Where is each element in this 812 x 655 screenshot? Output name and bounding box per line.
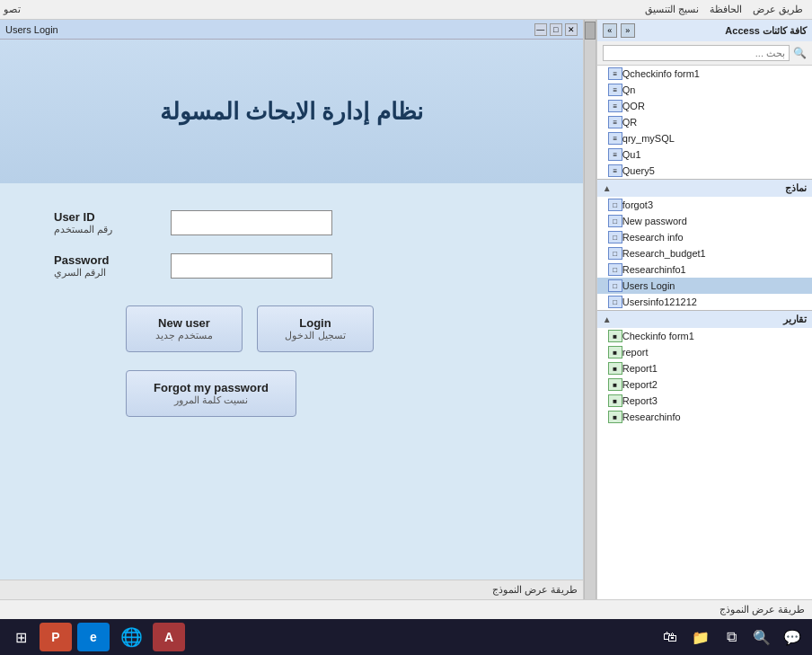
userslogin-label: Users Login xyxy=(622,280,675,291)
login-button[interactable]: Login تسجيل الدخول xyxy=(257,305,374,352)
panel-controls: « » xyxy=(603,23,635,38)
list-item-qr[interactable]: QR ≡ xyxy=(597,114,812,130)
list-item-newpassword[interactable]: New password □ xyxy=(597,213,812,229)
userid-label-group: User ID رقم المستخدم xyxy=(54,210,171,235)
forms-section-header[interactable]: نماذج ▲ xyxy=(597,179,812,197)
report1-label: Report1 xyxy=(622,363,658,374)
taskbar-search-icon[interactable]: 🔍 xyxy=(749,624,774,650)
ribbon-tab-format[interactable]: نسيج التنسيق xyxy=(640,2,704,17)
qcheckinfo-label: Qcheckinfo form1 xyxy=(622,68,700,79)
password-input[interactable] xyxy=(171,253,332,279)
start-button[interactable]: ⊞ xyxy=(7,624,34,651)
checkinfo-icon: ■ xyxy=(608,330,622,342)
qu1-icon: ≡ xyxy=(608,148,622,161)
taskbar-access[interactable]: A xyxy=(153,623,185,651)
list-item-report[interactable]: report ■ xyxy=(597,344,812,360)
researchbudget-label: Research_budget1 xyxy=(622,248,706,259)
query5-icon: ≡ xyxy=(608,164,622,177)
vertical-scrollbar[interactable] xyxy=(584,20,596,599)
researchinfo1-icon: □ xyxy=(608,263,622,276)
list-item-qcheckinfo[interactable]: Qcheckinfo form1 ≡ xyxy=(597,66,812,82)
password-label-en: Password xyxy=(54,253,171,267)
login-label-ar: تسجيل الدخول xyxy=(285,330,345,341)
form-titlebar-controls: — □ ✕ xyxy=(534,23,578,36)
new-user-label-ar: مستخدم جديد xyxy=(155,330,213,341)
list-item-report2[interactable]: Report2 ■ xyxy=(597,376,812,393)
form-title: Users Login xyxy=(5,24,58,35)
right-panel: كافة كائنات Access « » 🔍 Qcheckinfo form… xyxy=(596,20,812,599)
list-item-qn[interactable]: Qn ≡ xyxy=(597,82,812,98)
list-item-qor[interactable]: QOR ≡ xyxy=(597,98,812,114)
forms-chevron-icon: ▲ xyxy=(603,183,612,193)
list-item-userslogin[interactable]: Users Login □ xyxy=(597,278,812,294)
qr-icon: ≡ xyxy=(608,116,622,128)
panel-expand-btn[interactable]: » xyxy=(603,23,617,38)
minimize-button[interactable]: — xyxy=(534,23,547,36)
report-label: report xyxy=(622,347,649,358)
reports-section-header[interactable]: تقارير ▲ xyxy=(597,310,812,328)
list-item-researchbudget[interactable]: Research_budget1 □ xyxy=(597,245,812,261)
userslogin-icon: □ xyxy=(608,279,622,292)
main-layout: Users Login — □ ✕ نظام إدارة الابحاث الم… xyxy=(0,20,812,599)
forgot-label-en: Forgot my password xyxy=(154,381,269,394)
list-item-qu1[interactable]: Qu1 ≡ xyxy=(597,146,812,163)
forgot-label-ar: نسيت كلمة المرور xyxy=(174,394,248,406)
userid-label-ar: رقم المستخدم xyxy=(54,224,171,235)
qor-label: QOR xyxy=(622,101,645,111)
close-button[interactable]: ✕ xyxy=(565,23,578,36)
forgot-password-button[interactable]: Forgot my password نسيت كلمة المرور xyxy=(126,370,296,417)
panel-collapse-btn[interactable]: « xyxy=(621,23,635,38)
taskbar-bag-icon[interactable]: 🛍 xyxy=(658,624,683,650)
ribbon-tab-clipboard[interactable]: الحافظة xyxy=(704,2,747,17)
report3-icon: ■ xyxy=(608,394,622,407)
panel-header: كافة كائنات Access « » xyxy=(597,20,812,41)
list-item-researchinfo-form[interactable]: Research info □ xyxy=(597,229,812,245)
taskbar-powerpoint[interactable]: P xyxy=(40,623,72,651)
reports-section-title: تقارير xyxy=(783,314,807,325)
ribbon-title: تصو xyxy=(4,4,21,15)
form-header-title: نظام إدارة الابحاث المسولة xyxy=(160,98,423,126)
list-item-forgot3[interactable]: forgot3 □ xyxy=(597,197,812,213)
taskbar-edge[interactable]: e xyxy=(77,623,110,651)
taskbar-chrome[interactable]: 🌐 xyxy=(115,623,147,651)
list-item-researchinfo1[interactable]: Researchinfo1 □ xyxy=(597,261,812,278)
search-input[interactable] xyxy=(603,45,790,61)
new-user-label-en: New user xyxy=(158,316,210,330)
reports-chevron-icon: ▲ xyxy=(603,314,612,324)
password-row: Password الرقم السري xyxy=(54,253,529,279)
qu1-label: Qu1 xyxy=(622,149,641,160)
list-item-usersinfo[interactable]: Usersinfo121212 □ xyxy=(597,294,812,310)
researchinfo-report-label: Researchinfo xyxy=(622,412,681,422)
report3-label: Report3 xyxy=(622,395,658,406)
list-item-qrymysql[interactable]: qry_mySQL ≡ xyxy=(597,130,812,146)
ribbon-tab-view[interactable]: طريق عرض xyxy=(747,2,808,17)
list-item-report1[interactable]: Report1 ■ xyxy=(597,360,812,376)
form-area: Users Login — □ ✕ نظام إدارة الابحاث الم… xyxy=(0,20,584,599)
list-item-query5[interactable]: Query5 ≡ xyxy=(597,163,812,179)
list-item-report3[interactable]: Report3 ■ xyxy=(597,393,812,409)
taskbar-action-center-icon[interactable]: 💬 xyxy=(780,624,805,650)
form-titlebar: Users Login — □ ✕ xyxy=(0,20,583,40)
userid-label-en: User ID xyxy=(54,210,171,224)
userid-input[interactable] xyxy=(171,210,332,235)
taskbar-folder-icon[interactable]: 📁 xyxy=(688,624,713,650)
researchinfo1-label: Researchinfo1 xyxy=(622,264,686,275)
list-item-checkinfo[interactable]: Checkinfo form1 ■ xyxy=(597,328,812,344)
taskbar-right: 🛍 📁 ⧉ 🔍 💬 xyxy=(658,624,805,650)
qr-label: QR xyxy=(622,117,638,128)
usersinfo-label: Usersinfo121212 xyxy=(622,297,697,307)
new-user-button[interactable]: New user مستخدم جديد xyxy=(126,305,243,352)
taskbar: ⊞ P e 🌐 A 🛍 📁 ⧉ 🔍 💬 xyxy=(0,619,812,655)
qrymysql-label: qry_mySQL xyxy=(622,133,675,144)
newpassword-icon: □ xyxy=(608,215,622,227)
maximize-button[interactable]: □ xyxy=(550,23,562,36)
statusbar-text: طريقة عرض النموذج xyxy=(492,584,578,596)
researchbudget-icon: □ xyxy=(608,247,622,260)
list-item-researchinfo-report[interactable]: Researchinfo ■ xyxy=(597,409,812,425)
report1-icon: ■ xyxy=(608,362,622,375)
taskbar-windows-icon[interactable]: ⧉ xyxy=(719,624,744,650)
report2-icon: ■ xyxy=(608,378,622,391)
userid-row: User ID رقم المستخدم xyxy=(54,210,529,235)
password-label-group: Password الرقم السري xyxy=(54,253,171,279)
usersinfo-icon: □ xyxy=(608,296,622,308)
